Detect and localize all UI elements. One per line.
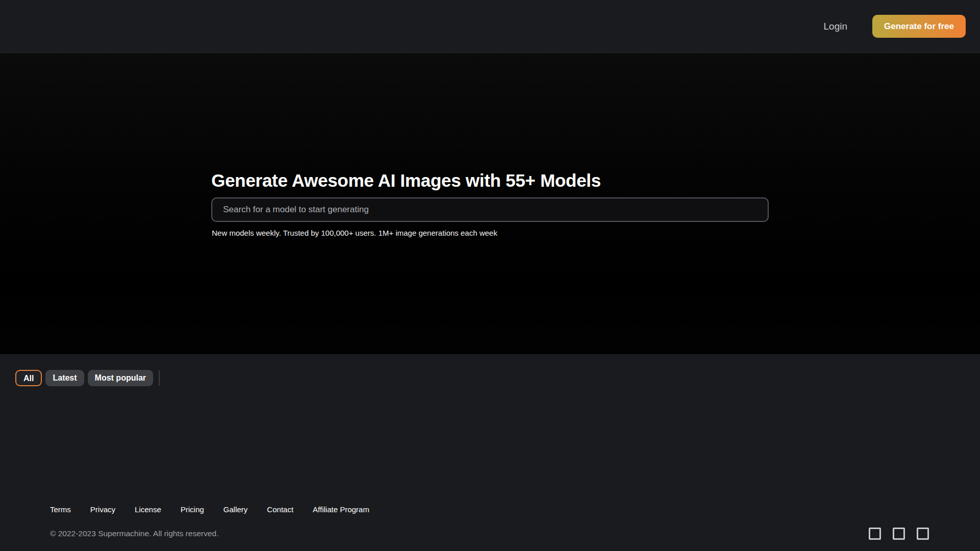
footer-links: Terms Privacy License Pricing Gallery Co… (50, 505, 929, 514)
filter-bar: All Latest Most popular (0, 354, 980, 386)
footer-link-affiliate-program[interactable]: Affiliate Program (313, 505, 370, 514)
social-square-icon-3[interactable] (917, 528, 929, 540)
login-link[interactable]: Login (824, 21, 848, 32)
filter-latest-button[interactable]: Latest (45, 370, 84, 386)
footer-link-contact[interactable]: Contact (267, 505, 293, 514)
top-nav: Login Generate for free (0, 0, 980, 53)
model-search-input[interactable] (211, 197, 769, 222)
filter-most-popular-button[interactable]: Most popular (88, 370, 153, 386)
social-icons (869, 528, 929, 540)
footer-link-pricing[interactable]: Pricing (181, 505, 204, 514)
footer-link-gallery[interactable]: Gallery (224, 505, 248, 514)
footer: Terms Privacy License Pricing Gallery Co… (0, 505, 980, 551)
hero-content: Generate Awesome AI Images with 55+ Mode… (211, 170, 769, 237)
footer-link-privacy[interactable]: Privacy (90, 505, 115, 514)
filter-all-button[interactable]: All (15, 370, 42, 386)
models-section: All Latest Most popular Terms Privacy Li… (0, 354, 980, 551)
hero-subtext: New models weekly. Trusted by 100,000+ u… (212, 229, 769, 237)
social-square-icon-1[interactable] (869, 528, 881, 540)
page-title: Generate Awesome AI Images with 55+ Mode… (211, 170, 769, 191)
social-square-icon-2[interactable] (893, 528, 905, 540)
footer-link-license[interactable]: License (135, 505, 161, 514)
footer-bottom-row: © 2022-2023 Supermachine. All rights res… (50, 528, 929, 540)
hero-section: Generate Awesome AI Images with 55+ Mode… (0, 53, 980, 354)
filter-divider (159, 370, 160, 386)
footer-link-terms[interactable]: Terms (50, 505, 71, 514)
generate-for-free-button[interactable]: Generate for free (872, 15, 966, 38)
copyright: © 2022-2023 Supermachine. All rights res… (50, 529, 218, 538)
